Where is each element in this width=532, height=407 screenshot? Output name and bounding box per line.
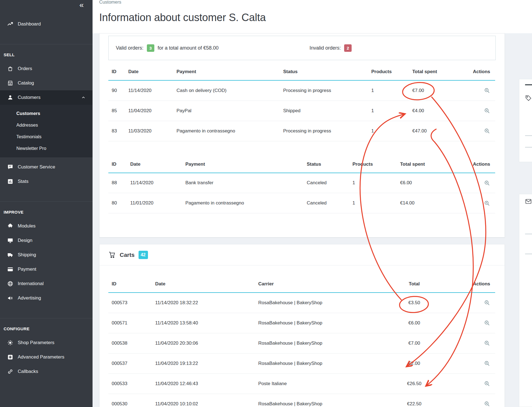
cart-carrier: RosaBakehouse | BakeryShop bbox=[255, 293, 382, 313]
column-header-products: Products bbox=[368, 64, 409, 80]
cart-total: €2.00 bbox=[382, 353, 446, 373]
column-header-actions: Actions bbox=[463, 64, 495, 80]
cart-row: 000538 11/04/2020 20:30:06 RosaBakehouse… bbox=[108, 333, 495, 353]
view-cart-details-button[interactable] bbox=[484, 300, 490, 306]
column-header-total: Total bbox=[382, 276, 446, 293]
view-cart-details-button[interactable] bbox=[484, 320, 490, 326]
zoom-in-icon bbox=[484, 360, 490, 367]
sidebar-item-shop-parameters[interactable]: Shop Parameters bbox=[0, 336, 93, 350]
zoom-in-icon bbox=[484, 401, 490, 407]
zoom-in-icon bbox=[484, 300, 490, 306]
puzzle-icon bbox=[7, 223, 13, 229]
view-cart-details-button[interactable] bbox=[484, 380, 490, 387]
cart-carrier: RosaBakehouse | BakeryShop bbox=[255, 313, 382, 333]
cart-total: €3.50 bbox=[382, 293, 446, 313]
sidebar-subitem-label: Newsletter Pro bbox=[16, 146, 46, 151]
sidebar-item-label: Design bbox=[18, 238, 32, 243]
breadcrumb[interactable]: Customers bbox=[99, 0, 121, 5]
sidebar-subitem-addresses[interactable]: Addresses bbox=[0, 119, 93, 131]
order-payment: PayPal bbox=[173, 101, 280, 121]
sidebar-item-label: Customer Service bbox=[18, 164, 55, 170]
sidebar-item-design[interactable]: Design bbox=[0, 233, 93, 248]
sidebar-item-modules[interactable]: Modules bbox=[0, 219, 93, 233]
sidebar-item-stats[interactable]: Stats bbox=[0, 174, 93, 189]
order-date: 11/01/2020 bbox=[127, 193, 182, 213]
page-header: Customers Information about customer S. … bbox=[93, 0, 532, 33]
view-order-details-button[interactable] bbox=[484, 107, 490, 114]
sidebar-subitem-testimonials[interactable]: Testimonials bbox=[0, 131, 93, 142]
sidebar-item-orders[interactable]: Orders bbox=[0, 62, 93, 76]
sidebar-subitem-label: Customers bbox=[16, 111, 40, 116]
dashboard-icon bbox=[7, 21, 13, 27]
sidebar-subitem-newsletter-pro[interactable]: Newsletter Pro bbox=[0, 142, 93, 154]
column-header-id: ID bbox=[108, 276, 152, 293]
column-header-total-spent: Total spent bbox=[397, 157, 460, 173]
order-date: 11/14/2020 bbox=[125, 80, 173, 101]
sidebar-item-label: Advanced Parameters bbox=[18, 354, 64, 360]
invalid-orders-table: ID Date Payment Status Products Total sp… bbox=[108, 157, 495, 214]
view-cart-details-button[interactable] bbox=[484, 401, 490, 407]
valid-orders-summary: Valid orders: 3 for a total amount of €5… bbox=[116, 44, 219, 52]
sidebar-item-label: Callbacks bbox=[18, 369, 38, 374]
sidebar-section-improve: IMPROVE bbox=[0, 210, 93, 214]
sidebar-customers-block: Customers Customers Addresses Testimonia… bbox=[0, 90, 93, 157]
invalid-orders-label: Invalid orders: bbox=[310, 45, 341, 51]
order-total: €7.00 bbox=[409, 80, 463, 101]
sidebar-item-dashboard[interactable]: Dashboard bbox=[0, 17, 93, 31]
view-order-details-button[interactable] bbox=[484, 128, 490, 134]
cart-id: 000571 bbox=[108, 313, 152, 333]
shopping-bag-icon bbox=[7, 66, 13, 72]
table-header-row: ID Date Payment Status Products Total sp… bbox=[108, 157, 495, 173]
cart-row: 000533 11/04/2020 12:46:43 Poste Italian… bbox=[108, 373, 495, 394]
sidebar-item-payment[interactable]: Payment bbox=[0, 262, 93, 277]
carts-card: Carts 42 ID Date Carrier Total Actions 0… bbox=[99, 244, 505, 407]
sidebar-item-label: International bbox=[18, 281, 44, 286]
view-cart-details-button[interactable] bbox=[484, 360, 490, 367]
order-row: 80 11/01/2020 Pagamento in contrassegno … bbox=[108, 193, 495, 213]
valid-orders-table: ID Date Payment Status Products Total sp… bbox=[108, 64, 495, 141]
cart-carrier: RosaBakehouse | BakeryShop bbox=[255, 353, 382, 373]
view-order-details-button[interactable] bbox=[484, 87, 490, 94]
sidebar-item-customers[interactable]: Customers bbox=[0, 90, 93, 105]
sidebar-item-international[interactable]: International bbox=[0, 277, 93, 291]
column-header-actions: Actions bbox=[446, 276, 495, 293]
table-header-row: ID Date Carrier Total Actions bbox=[108, 276, 495, 293]
sidebar-item-catalog[interactable]: Catalog bbox=[0, 76, 93, 90]
sidebar-subitem-customers[interactable]: Customers bbox=[0, 107, 93, 119]
text-stub bbox=[525, 147, 532, 148]
sidebar-item-shipping[interactable]: Shipping bbox=[0, 248, 93, 262]
sidebar-item-label: Dashboard bbox=[18, 21, 41, 27]
column-header-id: ID bbox=[108, 157, 127, 173]
cart-id: 000537 bbox=[108, 353, 152, 373]
view-cart-details-button[interactable] bbox=[484, 340, 490, 346]
sidebar: « Dashboard SELL Orders Catalog bbox=[0, 0, 93, 407]
order-status: Canceled bbox=[303, 193, 349, 213]
sidebar-divider bbox=[0, 318, 93, 318]
order-status: Processing in progress bbox=[280, 121, 368, 141]
text-stub bbox=[525, 135, 532, 136]
order-products: 1 bbox=[349, 193, 397, 213]
carts-table: ID Date Carrier Total Actions 000573 11/… bbox=[108, 276, 495, 407]
store-icon bbox=[7, 80, 13, 86]
sidebar-item-callbacks[interactable]: Callbacks bbox=[0, 364, 93, 379]
carts-count-badge: 42 bbox=[139, 251, 148, 259]
view-order-details-button[interactable] bbox=[484, 200, 490, 206]
zoom-in-icon bbox=[484, 128, 490, 134]
carts-title: Carts bbox=[120, 252, 135, 258]
column-header-date: Date bbox=[125, 64, 173, 80]
order-total: €4.00 bbox=[409, 101, 463, 121]
cart-total: €26.50 bbox=[382, 373, 446, 394]
sidebar-item-customer-service[interactable]: Customer Service bbox=[0, 160, 93, 174]
sidebar-collapse-button[interactable]: « bbox=[79, 1, 84, 9]
order-id: 80 bbox=[108, 193, 127, 213]
order-status: Shipped bbox=[280, 101, 368, 121]
sidebar-item-advanced-parameters[interactable]: Advanced Parameters bbox=[0, 350, 93, 364]
view-order-details-button[interactable] bbox=[484, 180, 490, 186]
cart-row: 000571 11/14/2020 13:58:40 RosaBakehouse… bbox=[108, 313, 495, 333]
order-id: 90 bbox=[108, 80, 125, 101]
column-header-date: Date bbox=[127, 157, 182, 173]
right-panel-edge bbox=[519, 0, 532, 407]
order-products: 1 bbox=[368, 80, 409, 101]
sidebar-item-advertising[interactable]: Advertising bbox=[0, 291, 93, 305]
order-date: 11/03/2020 bbox=[125, 121, 173, 141]
